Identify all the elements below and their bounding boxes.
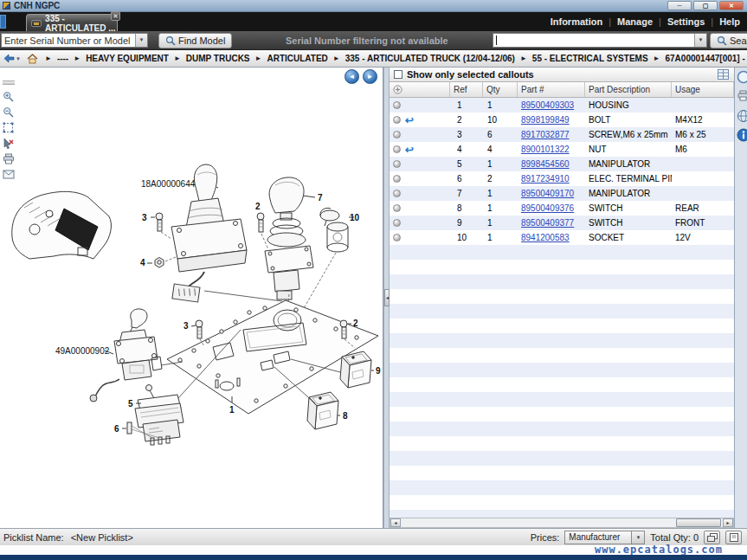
parts-table-row[interactable]: 10 1 8941200583 SOCKET 12V: [390, 230, 734, 245]
refresh-button[interactable]: [737, 70, 747, 84]
breadcrumb-item-6[interactable]: 67A00001447[001] - ELECTRICAL EQUIPMENTS…: [665, 54, 747, 63]
parts-table-row[interactable]: 5 1 8998454560 MANIPULATOR: [390, 157, 734, 171]
parts-table-row[interactable]: 6 2 8917234910 ELEC. TERMINAL PIN: [390, 171, 734, 186]
callout-2[interactable]: 2: [255, 202, 261, 211]
callout-6[interactable]: 6: [114, 424, 119, 434]
callout-ball-icon[interactable]: [393, 219, 401, 227]
callout-ball-icon[interactable]: [393, 145, 401, 153]
serial-dropdown-icon[interactable]: ▼: [135, 34, 147, 47]
history-dropdown-icon[interactable]: ▼: [16, 56, 21, 61]
callout-ball-icon[interactable]: [393, 131, 401, 138]
parts-table-row[interactable]: ↩ 2 10 8998199849 BOLT M4X12: [390, 113, 734, 127]
col-qty[interactable]: Qty: [483, 82, 518, 97]
part-number-link[interactable]: 89500409377: [521, 218, 574, 228]
col-part-number[interactable]: Part #: [518, 82, 585, 97]
email-button[interactable]: [2, 168, 15, 181]
search-dropdown-icon[interactable]: ▼: [694, 34, 706, 47]
page-forward-button[interactable]: ►: [363, 69, 377, 84]
callout-select-all-header[interactable]: [390, 82, 450, 97]
deselect-button[interactable]: [2, 137, 15, 150]
supersession-arrow-icon[interactable]: ↩: [405, 145, 414, 154]
prices-select[interactable]: Manufacturer ▼: [564, 531, 645, 544]
restore-button[interactable]: ▢: [693, 1, 718, 10]
panel-splitter[interactable]: ◄: [383, 68, 390, 528]
breadcrumb-item-4[interactable]: 335 - ARTICULATED TRUCK (12/04-12/06): [345, 54, 515, 63]
callout-5[interactable]: 5: [128, 399, 133, 409]
search-combo[interactable]: ▼: [493, 33, 707, 48]
breadcrumb-item-1[interactable]: HEAVY EQUIPMENT: [86, 54, 169, 63]
menu-item-manage[interactable]: Manage: [617, 16, 653, 27]
callout-ball-icon[interactable]: [393, 204, 401, 212]
find-model-button[interactable]: Find Model: [158, 33, 232, 48]
part-number-link[interactable]: 89500409303: [521, 100, 574, 110]
zoom-fit-button[interactable]: [2, 121, 15, 134]
callout-8[interactable]: 8: [343, 411, 348, 421]
part-number-link[interactable]: 8941200583: [521, 233, 570, 242]
zoom-out-button[interactable]: [2, 106, 15, 119]
parts-table-row[interactable]: 8 1 89500409376 SWITCH REAR: [390, 201, 734, 216]
parts-table-row[interactable]: 9 1 89500409377 SWITCH FRONT: [390, 216, 734, 230]
part-number-link[interactable]: 8998199849: [521, 115, 570, 125]
tab-articulated[interactable]: 335 - ARTICULATED ... ✕: [26, 14, 118, 31]
callout-ball-icon[interactable]: [393, 190, 401, 197]
menu-item-settings[interactable]: Settings: [667, 16, 705, 27]
callout-2b[interactable]: 2: [353, 319, 358, 328]
parts-table-row[interactable]: ↩ 4 4 8900101322 NUT M6: [390, 142, 734, 157]
zoom-in-button[interactable]: [2, 90, 15, 103]
parts-table-row[interactable]: 7 1 89500409170 MANIPULATOR: [390, 186, 734, 201]
serial-number-combo[interactable]: ▼: [1, 33, 148, 48]
page-back-button[interactable]: ◄: [345, 69, 359, 84]
globe-button[interactable]: [737, 109, 747, 123]
history-back-button[interactable]: ▼: [3, 54, 21, 63]
minimize-button[interactable]: ─: [667, 1, 692, 10]
col-ref[interactable]: Ref: [450, 82, 483, 97]
palette-grip[interactable]: [3, 80, 15, 85]
callout-9[interactable]: 9: [376, 366, 381, 376]
part-number-link[interactable]: 8917234910: [521, 174, 570, 183]
part-number-link[interactable]: 8998454560: [521, 159, 570, 169]
callout-ball-icon[interactable]: [393, 116, 401, 124]
scroll-left-button[interactable]: ◄: [390, 518, 401, 527]
table-view-button[interactable]: [718, 69, 729, 80]
callout-ball-icon[interactable]: [393, 234, 401, 241]
scrollbar-thumb[interactable]: [676, 518, 721, 527]
callout-7[interactable]: 7: [318, 193, 323, 203]
col-usage[interactable]: Usage: [672, 82, 734, 97]
breadcrumb-item-3[interactable]: ARTICULATED: [267, 54, 327, 63]
serial-number-input[interactable]: [2, 34, 135, 47]
home-icon[interactable]: [27, 54, 38, 64]
parts-table-hscrollbar[interactable]: ◄ ►: [390, 518, 734, 528]
export-picklist-button[interactable]: [725, 531, 742, 544]
callout-ball-icon[interactable]: [393, 160, 401, 168]
menu-item-information[interactable]: Information: [551, 16, 603, 27]
breadcrumb-item-0[interactable]: ----: [57, 54, 68, 63]
prices-dropdown-icon[interactable]: ▼: [632, 531, 645, 544]
print-button[interactable]: [2, 152, 15, 165]
scrollbar-track[interactable]: [401, 518, 723, 527]
callout-4[interactable]: 4: [140, 258, 145, 267]
dock-icon[interactable]: [0, 15, 6, 29]
callout-3[interactable]: 3: [142, 213, 147, 222]
close-button[interactable]: ✕: [719, 1, 744, 10]
part-number-link[interactable]: 89500409170: [521, 189, 574, 198]
breadcrumb-item-5[interactable]: 55 - ELECTRICAL SYSTEMS: [532, 54, 648, 63]
col-description[interactable]: Part Description: [585, 82, 672, 97]
callout-ball-icon[interactable]: [393, 101, 401, 109]
breadcrumb-item-2[interactable]: DUMP TRUCKS: [186, 54, 250, 63]
part-number-link[interactable]: 89500409376: [521, 203, 574, 213]
print-list-button[interactable]: [737, 90, 747, 101]
copy-picklist-button[interactable]: [704, 531, 720, 544]
menu-item-help[interactable]: Help: [719, 16, 740, 27]
part-number-link[interactable]: 8900101322: [521, 145, 570, 154]
search-button[interactable]: Search: [710, 33, 747, 48]
tab-close-icon[interactable]: ✕: [111, 11, 120, 21]
callout-10[interactable]: 10: [350, 213, 360, 222]
callout-1[interactable]: 1: [229, 405, 235, 415]
parts-table-row[interactable]: 1 1 89500409303 HOUSING: [390, 98, 734, 113]
parts-table-row[interactable]: 3 6 8917032877 SCREW,M6 x 25mm M6 x 25: [390, 127, 734, 142]
scroll-right-button[interactable]: ►: [723, 518, 733, 527]
callout-3b[interactable]: 3: [184, 321, 189, 331]
show-selected-checkbox[interactable]: [394, 70, 402, 79]
part-number-link[interactable]: 8917032877: [521, 130, 570, 139]
callout-ball-icon[interactable]: [393, 175, 401, 183]
